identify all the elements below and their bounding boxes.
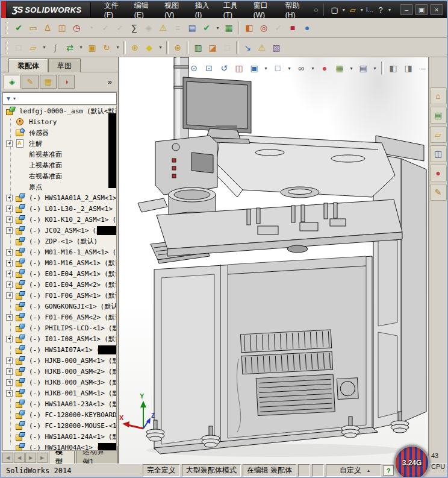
- model-view-canvas[interactable]: Y X Z: [119, 57, 429, 464]
- rotate-component[interactable]: ↻: [99, 40, 114, 55]
- curvature-check[interactable]: ◎: [257, 20, 271, 35]
- expand-toggle[interactable]: +: [6, 195, 13, 201]
- isolate[interactable]: ◪: [205, 40, 220, 55]
- apply-scene[interactable]: ▦: [332, 61, 347, 75]
- previous-view[interactable]: ↺: [217, 61, 231, 75]
- mass-properties[interactable]: Δ: [40, 20, 55, 35]
- filter-funnel-icon[interactable]: ▼: [5, 95, 11, 102]
- view-palette-tab[interactable]: ◫: [430, 145, 447, 162]
- graphics-area[interactable]: Y X Z ⊙⊡↺◫▣▾□▾∞▾●▦▾▤▾◧◨–▣×: [118, 57, 429, 464]
- costing[interactable]: ■: [285, 20, 300, 35]
- component-preview-window[interactable]: ▥: [191, 40, 205, 55]
- collapsed-toolbar-label[interactable]: I...: [365, 4, 375, 16]
- reload[interactable]: ◔: [84, 20, 98, 35]
- appearances-scenes-tab[interactable]: ●: [430, 165, 447, 181]
- assembly-features[interactable]: ⊕: [128, 40, 142, 55]
- configurationmanager-tab[interactable]: ▦: [40, 75, 57, 89]
- minimize-document[interactable]: –: [416, 61, 429, 75]
- hide-show-items[interactable]: ∞: [294, 61, 308, 75]
- tab-scroll-button[interactable]: ▶: [37, 453, 48, 463]
- tree-item[interactable]: + (-) I01-I08_ASM<1> (默认): [3, 333, 116, 344]
- tree-item[interactable]: + 原点: [3, 181, 116, 192]
- tab-scroll-button[interactable]: ◀: [14, 453, 25, 463]
- assembly-visualization[interactable]: ◧: [242, 20, 257, 35]
- dropdown-arrow[interactable]: ▾: [387, 4, 393, 16]
- interference-detection[interactable]: ⚠: [156, 20, 170, 35]
- expand-toggle[interactable]: +: [6, 336, 13, 342]
- expand-toggle[interactable]: +: [6, 314, 13, 321]
- close-button[interactable]: ×: [430, 4, 443, 15]
- dropdown-arrow[interactable]: ▾: [40, 40, 48, 55]
- tree-item[interactable]: + (-) HJKB-001_ASM<1> (默认): [3, 388, 116, 398]
- section-view[interactable]: ◫: [232, 61, 246, 75]
- tree-item[interactable]: + (-) ZDP-<1> (默认): [3, 236, 116, 247]
- expand-toggle[interactable]: +: [6, 281, 13, 288]
- expand-toggle[interactable]: +: [6, 379, 13, 386]
- dropdown-arrow[interactable]: ▾: [214, 20, 222, 35]
- tree-item[interactable]: + (-) E01-E04_ASM<2> (默认): [3, 279, 116, 290]
- expand-toggle[interactable]: +: [6, 292, 13, 299]
- minimize-button[interactable]: –: [400, 4, 413, 15]
- filter-dropdown-icon[interactable]: ▾: [13, 96, 16, 101]
- tree-item[interactable]: + 右视基准面: [3, 171, 116, 181]
- tree-item[interactable]: + History: [3, 116, 116, 127]
- zoom-to-area[interactable]: ⊡: [202, 61, 216, 75]
- tree-item[interactable]: + (-) GONGKONGJI<1> (默认): [3, 301, 116, 312]
- toolbar-grip[interactable]: [5, 22, 8, 34]
- spell-check[interactable]: ✔: [11, 20, 26, 35]
- expand-toggle[interactable]: +: [6, 368, 13, 375]
- tree-item[interactable]: + (-) HJKB-000_ASM<1> (默认): [3, 355, 116, 366]
- featuremanager-tree-tab[interactable]: ◈: [4, 75, 20, 89]
- dropdown-arrow[interactable]: ▾: [309, 61, 317, 75]
- expand-toggle[interactable]: +: [6, 271, 13, 277]
- insert-component[interactable]: □: [11, 40, 26, 55]
- import-diagnostics[interactable]: ◈: [142, 20, 156, 35]
- tree-item[interactable]: + (-) K01-K10_2_ASM<1> (默认): [3, 214, 116, 225]
- tree-item[interactable]: + 前视基准面: [3, 149, 116, 160]
- view-settings[interactable]: ▤: [356, 61, 370, 75]
- displaymanager-tab[interactable]: ◑: [58, 75, 75, 89]
- pane-left[interactable]: ◧: [386, 61, 400, 75]
- open-part[interactable]: ▱: [26, 40, 40, 55]
- tree-item[interactable]: + 传感器: [3, 127, 116, 138]
- equations[interactable]: ∑: [127, 20, 142, 35]
- tree-item[interactable]: + (-) M01-M16-1_ASM<1> (默认): [3, 247, 116, 257]
- part-warning[interactable]: ⚠: [255, 40, 269, 55]
- attachment[interactable]: ∫: [48, 40, 63, 55]
- dropdown-arrow[interactable]: ▾: [114, 40, 122, 55]
- expand-toggle[interactable]: +: [6, 206, 13, 212]
- chevron-expand-icon[interactable]: »: [108, 77, 116, 86]
- custom-properties-tab[interactable]: ✎: [430, 184, 447, 201]
- check-read-only-1[interactable]: ✓: [98, 20, 113, 35]
- tree-item[interactable]: + (-) M01-M16_ASM<1> (默认): [3, 257, 116, 268]
- display-style[interactable]: □: [270, 61, 285, 75]
- solidworks-resources-tab[interactable]: ⌂: [430, 87, 447, 104]
- measure[interactable]: ▭: [26, 20, 40, 35]
- verification-check[interactable]: ✓: [271, 20, 285, 35]
- file-explorer-tab[interactable]: ▱: [430, 126, 447, 143]
- tree-item[interactable]: + ledfgj-0000-_asm (默认<默认_显示状态-1>): [3, 105, 116, 116]
- expand-toggle[interactable]: +: [6, 390, 13, 397]
- expand-toggle[interactable]: +: [6, 260, 13, 266]
- expand-toggle[interactable]: +: [6, 227, 13, 234]
- tree-item[interactable]: + (-) E01-E04_ASM<1> (默认): [3, 268, 116, 279]
- view-orientation[interactable]: ▣: [247, 61, 261, 75]
- expand-toggle[interactable]: +: [6, 140, 13, 147]
- align[interactable]: ≡: [170, 20, 185, 35]
- maximize-button[interactable]: ▣: [415, 4, 428, 15]
- expand-toggle[interactable]: +: [6, 249, 13, 256]
- tab-scroll-button[interactable]: ◀: [2, 453, 13, 463]
- dropdown-arrow[interactable]: ▾: [347, 61, 355, 75]
- design-library-tab[interactable]: ▤: [430, 107, 447, 124]
- check-read-only-2[interactable]: ✓: [113, 20, 127, 35]
- tree-item[interactable]: + (-) HJKB-000_ASM<3> (默认): [3, 377, 116, 388]
- tab-scroll-button[interactable]: ▶: [25, 453, 36, 463]
- section-properties[interactable]: ◫: [55, 20, 69, 35]
- dropdown-arrow[interactable]: ▾: [77, 40, 85, 55]
- dropdown-arrow[interactable]: ▾: [359, 4, 365, 16]
- tree-item[interactable]: + (-) F01-F06_ASM<1> (默认): [3, 290, 116, 301]
- dropdown-arrow[interactable]: ▾: [341, 4, 347, 16]
- propertymanager-tab[interactable]: ✎: [22, 75, 39, 89]
- performance-evaluation[interactable]: ◷: [69, 20, 84, 35]
- ghost-component[interactable]: □: [220, 40, 234, 55]
